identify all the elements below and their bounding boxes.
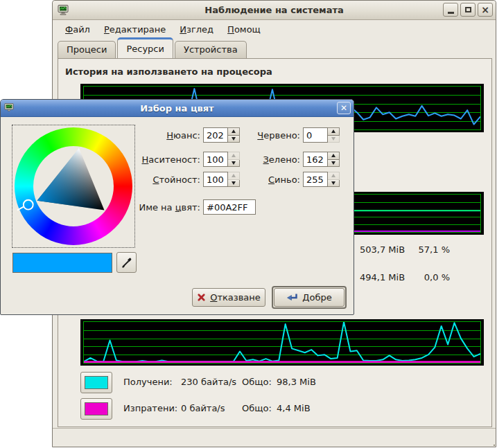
swap-percent: 0,0 % xyxy=(424,272,450,283)
network-line-series xyxy=(84,322,480,363)
close-icon: × xyxy=(481,5,489,15)
arrow-down-icon xyxy=(331,161,335,165)
minimize-icon xyxy=(448,12,454,14)
value-label: Стойност: xyxy=(119,174,200,185)
cancel-button-label: Отказване xyxy=(210,292,261,303)
resize-grip[interactable] xyxy=(490,441,491,442)
window-title: Наблюдение на системата xyxy=(204,5,344,15)
received-total-label: Общо: xyxy=(242,377,272,387)
green-spin-down-button[interactable] xyxy=(328,160,340,168)
menu-item-help[interactable]: Помощ xyxy=(220,22,268,37)
arrow-down-icon xyxy=(331,181,335,185)
color-wheel-box xyxy=(12,125,135,248)
dialog-titlebar[interactable]: Избор на цвят ✕ xyxy=(1,100,354,117)
minimize-button[interactable] xyxy=(443,3,458,17)
received-label: Получени: xyxy=(123,377,173,387)
cancel-x-icon xyxy=(197,293,206,302)
hue-marker-line xyxy=(17,207,24,210)
close-icon: ✕ xyxy=(340,104,347,112)
status-bar xyxy=(53,428,496,447)
color-name-row: Име на цвят: xyxy=(119,199,256,215)
red-input[interactable] xyxy=(303,127,328,143)
eyedropper-icon xyxy=(121,257,132,268)
network-history-chart xyxy=(80,319,484,366)
memory-amount: 503,7 MiB xyxy=(360,244,405,255)
green-spin-up-button[interactable] xyxy=(328,152,340,160)
system-monitor-icon xyxy=(4,103,14,112)
main-titlebar[interactable]: Наблюдение на системата × xyxy=(53,1,496,20)
swap-amount: 494,1 MiB xyxy=(360,272,405,283)
red-spin-down-button[interactable] xyxy=(328,136,340,143)
received-rate: 230 байта/s xyxy=(181,377,236,387)
cpu-history-title: История на използването на процесора xyxy=(65,66,272,77)
sent-total-label: Общо: xyxy=(242,403,272,413)
memory-legend-row: 503,7 MiB 57,1 % xyxy=(360,244,450,256)
ok-button-default-ring: Добре xyxy=(272,286,347,309)
received-total: 98,3 MiB xyxy=(277,377,316,387)
menu-item-file[interactable]: Файл xyxy=(58,22,97,37)
menu-item-view[interactable]: Изглед xyxy=(173,22,220,37)
sent-label: Изпратени: xyxy=(123,403,177,413)
blue-input[interactable] xyxy=(303,172,328,187)
color-name-label: Име на цвят: xyxy=(119,202,200,213)
pick-screen-color-button[interactable] xyxy=(116,252,137,273)
red-label: Червено: xyxy=(221,130,300,141)
sent-legend-row: Изпратени: 0 байта/s Общо: 4,4 MiB xyxy=(80,398,469,420)
blue-spin-down-button[interactable] xyxy=(328,180,340,188)
sent-rate: 0 байта/s xyxy=(181,403,225,413)
cancel-button[interactable]: Отказване xyxy=(192,288,265,307)
saturation-value-triangle[interactable] xyxy=(12,125,134,247)
swap-legend-row: 494,1 MiB 0,0 % xyxy=(360,272,450,284)
color-marker xyxy=(24,200,33,210)
blue-row: Синьо: xyxy=(221,172,340,187)
network-chart-plot-area xyxy=(83,321,481,364)
menu-item-edit[interactable]: Редактиране xyxy=(97,22,173,37)
enter-arrow-icon xyxy=(286,292,298,303)
sent-total: 4,4 MiB xyxy=(277,403,311,413)
blue-spin-up-button[interactable] xyxy=(328,172,340,180)
ok-button-label: Добре xyxy=(302,292,331,303)
arrow-up-icon xyxy=(331,154,335,157)
red-row: Червено: xyxy=(221,127,340,143)
received-legend-row: Получени: 230 байта/s Общо: 98,3 MiB xyxy=(80,372,469,393)
saturation-label: Наситеност: xyxy=(119,154,200,165)
tab-resources[interactable]: Ресурси xyxy=(117,37,173,58)
color-preview-swatch xyxy=(12,253,112,273)
received-color-swatch xyxy=(85,376,108,389)
received-color-button[interactable] xyxy=(80,372,112,393)
hue-label: Нюанс: xyxy=(119,130,200,141)
color-name-input[interactable] xyxy=(203,199,256,215)
tab-bar: Процеси Ресурси Устройства xyxy=(58,38,248,58)
maximize-icon xyxy=(465,7,471,12)
red-spin-up-button[interactable] xyxy=(328,127,340,136)
dialog-title: Избор на цвят xyxy=(140,103,213,114)
sent-color-button[interactable] xyxy=(80,398,112,420)
menubar: Файл Редактиране Изглед Помощ xyxy=(53,20,496,38)
memory-percent: 57,1 % xyxy=(419,244,450,255)
green-label: Зелено: xyxy=(221,154,300,165)
ok-button[interactable]: Добре xyxy=(274,288,345,307)
arrow-up-icon xyxy=(331,129,335,133)
tab-processes[interactable]: Процеси xyxy=(58,41,116,58)
arrow-down-icon xyxy=(331,137,335,141)
sent-color-swatch xyxy=(85,402,108,415)
green-input[interactable] xyxy=(303,152,328,167)
system-monitor-icon xyxy=(58,5,69,15)
green-row: Зелено: xyxy=(221,152,340,167)
arrow-up-icon xyxy=(331,174,335,177)
maximize-button[interactable] xyxy=(460,3,476,17)
color-picker-dialog: Избор на цвят ✕ xyxy=(0,99,354,315)
close-button[interactable]: × xyxy=(478,3,493,17)
blue-label: Синьо: xyxy=(221,174,300,185)
dialog-close-button[interactable]: ✕ xyxy=(337,102,351,114)
tab-devices[interactable]: Устройства xyxy=(175,41,247,58)
